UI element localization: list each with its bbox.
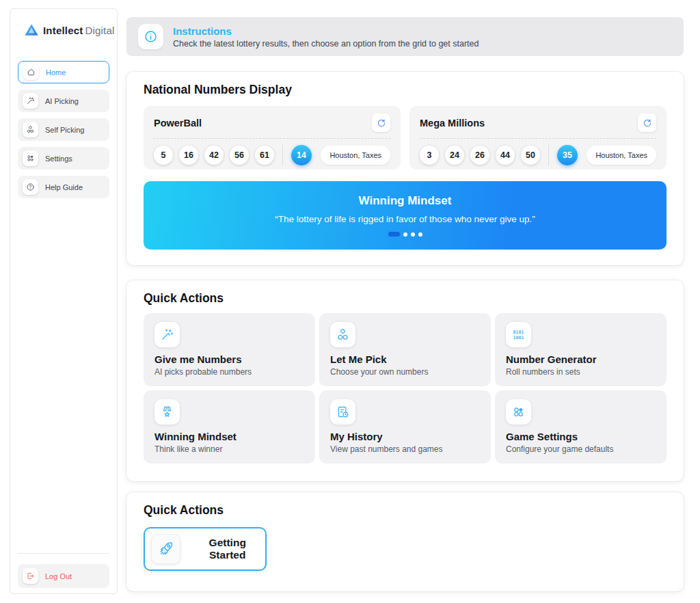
history-icon <box>330 399 355 425</box>
carousel-dot[interactable] <box>411 232 415 237</box>
rocket-icon <box>151 534 180 564</box>
winning-mindset-banner: Winning Mindset “The lottery of life is … <box>144 181 667 250</box>
brand-name: IntellectDigital <box>43 25 115 36</box>
logout-icon <box>23 568 38 584</box>
bottom-actions-heading: Quick Actions <box>144 503 224 518</box>
lottery-ball: 50 <box>521 146 540 165</box>
getting-started-label: Getting Started <box>189 537 265 561</box>
location-pill: Houston, Taxes <box>587 146 656 165</box>
lottery-ball: 16 <box>179 146 198 165</box>
ball-divider <box>282 145 283 165</box>
card-title: Game Settings <box>506 431 656 442</box>
sidebar-item-label: Help Guide <box>45 183 83 191</box>
game-title: Mega Millions <box>420 118 485 129</box>
sidebar-divider <box>18 553 109 554</box>
refresh-icon[interactable] <box>638 113 656 132</box>
card-title: Winning Mindset <box>154 431 304 442</box>
picks-icon <box>330 322 355 347</box>
card-subtitle: View past numbers and games <box>330 444 480 454</box>
instructions-subtitle: Check the latest lottery results, then c… <box>173 39 479 49</box>
brand-triangle-icon <box>24 23 39 38</box>
sidebar-item-label: Home <box>46 68 66 77</box>
game-settings-card[interactable]: Game Settings Configure your game defaul… <box>495 390 667 464</box>
card-subtitle: Choose your own numbers <box>330 367 480 377</box>
lottery-ball: 42 <box>204 146 224 165</box>
medal-icon <box>154 399 180 425</box>
lottery-ball: 61 <box>255 146 274 165</box>
carousel-dot[interactable] <box>403 232 407 237</box>
powerball-card: PowerBall 5 16 42 56 61 14 Houston, Taxe… <box>144 106 401 170</box>
brand-logo: IntellectDigital <box>24 23 115 38</box>
carousel-dot[interactable] <box>388 232 400 237</box>
winning-mindset-card[interactable]: Winning Mindset Think like a winner <box>144 390 315 464</box>
grid-dots-icon <box>23 150 38 166</box>
home-icon <box>23 64 39 80</box>
quick-actions-heading: Quick Actions <box>144 291 224 306</box>
sidebar-item-settings[interactable]: Settings <box>18 147 109 170</box>
card-title: Let Me Pick <box>330 353 480 365</box>
dashed-divider <box>154 138 390 139</box>
lottery-ball: 5 <box>154 146 173 165</box>
sidebar-nav: Home AI Picking Self Picking Settings He… <box>18 61 109 204</box>
let-me-pick-card[interactable]: Let Me Pick Choose your own numbers <box>319 313 491 386</box>
magic-wand-icon <box>23 93 38 109</box>
grid-dots-icon <box>506 399 531 425</box>
lottery-ball: 3 <box>420 146 439 165</box>
national-numbers-panel: National Numbers Display PowerBall 5 16 … <box>126 72 684 265</box>
logout-button[interactable]: Log Out <box>18 564 109 588</box>
ball-divider <box>548 145 549 165</box>
national-numbers-heading: National Numbers Display <box>144 83 292 97</box>
lottery-ball: 24 <box>445 146 464 165</box>
carousel-dot[interactable] <box>418 232 422 237</box>
quick-actions-panel: Quick Actions Give me Numbers AI picks p… <box>126 280 684 481</box>
logout-label: Log Out <box>45 572 72 580</box>
card-title: Number Generator <box>506 353 656 365</box>
instructions-banner: Instructions Check the latest lottery re… <box>126 17 684 56</box>
getting-started-button[interactable]: Getting Started <box>144 527 267 571</box>
lottery-games-row: PowerBall 5 16 42 56 61 14 Houston, Taxe… <box>144 106 667 170</box>
card-subtitle: AI picks probable numbers <box>154 367 304 377</box>
sidebar-item-label: Settings <box>45 155 72 163</box>
dashed-divider <box>420 138 656 139</box>
instructions-title: Instructions <box>173 25 479 37</box>
balls-row: 3 24 26 44 50 35 Houston, Taxes <box>420 145 656 165</box>
picks-icon <box>23 122 38 137</box>
card-subtitle: Think like a winner <box>154 444 304 454</box>
lottery-ball: 56 <box>230 146 249 165</box>
mindset-quote: “The lottery of life is rigged in favor … <box>275 214 535 224</box>
bottom-actions-panel: Quick Actions Getting Started <box>126 492 684 591</box>
magic-wand-icon <box>154 322 180 347</box>
card-title: My History <box>330 431 480 442</box>
sidebar-item-label: AI Picking <box>45 97 79 105</box>
sidebar-item-help-guide[interactable]: Help Guide <box>18 176 109 198</box>
info-circle-icon <box>138 24 163 49</box>
card-subtitle: Roll numbers in sets <box>506 367 656 377</box>
lottery-ball: 26 <box>470 146 489 165</box>
my-history-card[interactable]: My History View past numbers and games <box>319 390 491 464</box>
card-title: Give me Numbers <box>154 353 304 365</box>
sidebar: IntellectDigital Home AI Picking Self Pi… <box>10 8 118 594</box>
quick-actions-grid: Give me Numbers AI picks probable number… <box>144 313 667 464</box>
location-pill: Houston, Taxes <box>321 146 390 165</box>
svg-text:1001: 1001 <box>513 335 524 340</box>
bonus-ball: 35 <box>557 145 578 165</box>
carousel-dots <box>388 232 422 237</box>
question-circle-icon <box>23 179 38 195</box>
sidebar-item-ai-picking[interactable]: AI Picking <box>18 90 109 112</box>
mega-millions-card: Mega Millions 3 24 26 44 50 35 Houston, … <box>409 106 667 170</box>
lottery-ball: 44 <box>496 146 515 165</box>
bonus-ball: 14 <box>291 145 312 165</box>
instructions-text: Instructions Check the latest lottery re… <box>173 25 479 49</box>
refresh-icon[interactable] <box>372 113 390 132</box>
sidebar-item-self-picking[interactable]: Self Picking <box>18 118 109 141</box>
number-generator-card[interactable]: 01011001 Number Generator Roll numbers i… <box>495 313 667 386</box>
sidebar-item-home[interactable]: Home <box>18 61 109 83</box>
mindset-title: Winning Mindset <box>359 194 452 208</box>
balls-row: 5 16 42 56 61 14 Houston, Taxes <box>154 145 390 165</box>
card-subtitle: Configure your game defaults <box>506 444 656 454</box>
sidebar-item-label: Self Picking <box>45 126 84 134</box>
give-me-numbers-card[interactable]: Give me Numbers AI picks probable number… <box>144 313 315 386</box>
game-title: PowerBall <box>154 118 202 129</box>
binary-icon: 01011001 <box>506 322 531 347</box>
